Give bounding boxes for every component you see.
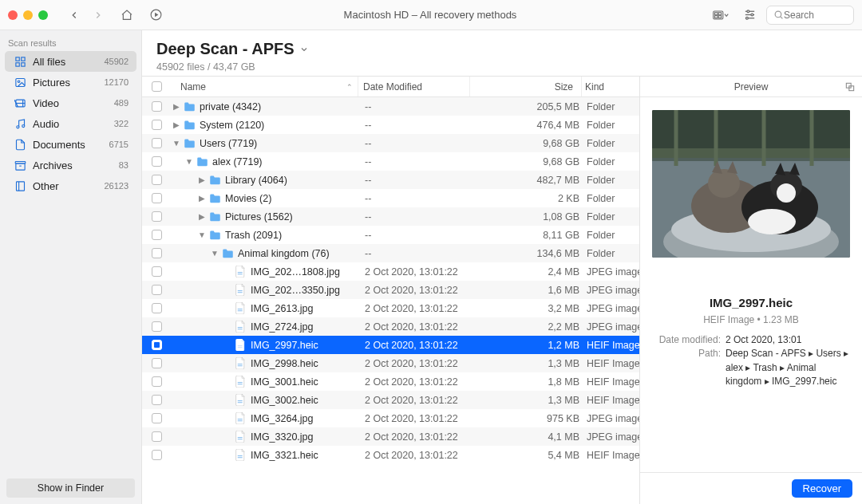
row-checkbox[interactable] <box>152 101 162 112</box>
folder-row[interactable]: ▶System (2120)--476,4 MBFolder <box>142 116 639 134</box>
row-checkbox[interactable] <box>152 248 162 258</box>
column-header-size[interactable]: Size <box>470 77 582 96</box>
row-date: 2 Oct 2020, 13:01:22 <box>360 266 472 278</box>
file-row[interactable]: IMG_2997.heic2 Oct 2020, 13:01:221,2 MBH… <box>142 336 639 354</box>
sidebar-item-other[interactable]: Other26123 <box>5 175 136 196</box>
folder-row[interactable]: ▼Animal kingdom (76)--134,6 MBFolder <box>142 244 639 262</box>
file-row[interactable]: IMG_2613.jpg2 Oct 2020, 13:01:223,2 MBJP… <box>142 299 639 317</box>
folder-row[interactable]: ▼Users (7719)--9,68 GBFolder <box>142 134 639 152</box>
row-checkbox[interactable] <box>152 376 162 387</box>
expand-toggle[interactable]: ▶ <box>196 212 208 221</box>
folder-icon <box>195 156 209 167</box>
view-options-button[interactable] <box>710 5 731 26</box>
row-checkbox[interactable] <box>152 358 162 368</box>
file-list-pane: Name⌃ Date Modified Size Kind ▶private (… <box>142 77 640 504</box>
search-field[interactable] <box>766 6 854 25</box>
home-button[interactable] <box>117 5 137 26</box>
expand-toggle[interactable]: ▶ <box>196 175 208 184</box>
row-checkbox[interactable] <box>152 138 162 148</box>
forward-button[interactable] <box>88 5 109 26</box>
file-row[interactable]: IMG_2998.heic2 Oct 2020, 13:01:221,3 MBH… <box>142 354 639 372</box>
svg-rect-6 <box>718 15 722 18</box>
maximize-window-button[interactable] <box>38 10 48 20</box>
row-checkbox[interactable] <box>152 340 162 350</box>
expand-toggle[interactable]: ▼ <box>209 249 220 258</box>
row-name: IMG_2613.jpg <box>251 303 314 314</box>
row-checkbox[interactable] <box>152 395 162 405</box>
svg-rect-46 <box>237 400 242 401</box>
row-checkbox[interactable] <box>152 285 162 295</box>
row-checkbox[interactable] <box>152 321 162 332</box>
column-header-kind[interactable]: Kind <box>582 77 638 96</box>
row-checkbox[interactable] <box>152 413 162 423</box>
svg-rect-39 <box>237 329 242 329</box>
show-in-finder-button[interactable]: Show in Finder <box>6 478 135 498</box>
svg-rect-19 <box>15 78 24 86</box>
row-checkbox[interactable] <box>152 431 162 442</box>
column-header-name[interactable]: Name⌃ <box>171 77 358 96</box>
svg-rect-49 <box>237 420 242 421</box>
preview-expand-button[interactable] <box>844 81 856 93</box>
row-checkbox[interactable] <box>152 175 162 185</box>
row-date: 2 Oct 2020, 13:01:22 <box>360 321 472 333</box>
row-checkbox[interactable] <box>152 156 162 167</box>
svg-point-13 <box>775 11 781 18</box>
sidebar-item-video[interactable]: Video489 <box>5 93 136 113</box>
svg-rect-44 <box>237 382 242 383</box>
window-controls <box>8 10 48 20</box>
archive-icon <box>13 158 27 172</box>
row-checkbox[interactable] <box>152 230 162 240</box>
sidebar-item-archives[interactable]: Archives83 <box>5 155 136 175</box>
minimize-window-button[interactable] <box>23 10 33 20</box>
preview-image <box>652 110 850 258</box>
sidebar-item-audio[interactable]: Audio322 <box>5 113 136 134</box>
row-checkbox[interactable] <box>152 266 162 277</box>
folder-row[interactable]: ▶Library (4064)--482,7 MBFolder <box>142 171 639 189</box>
select-all-checkbox[interactable] <box>142 81 171 92</box>
row-checkbox[interactable] <box>152 120 162 130</box>
column-headers: Name⌃ Date Modified Size Kind <box>142 77 639 97</box>
file-row[interactable]: IMG_3001.heic2 Oct 2020, 13:01:221,8 MBH… <box>142 372 639 391</box>
row-checkbox[interactable] <box>152 450 162 460</box>
search-input[interactable] <box>784 10 840 21</box>
resume-scan-button[interactable] <box>145 5 166 26</box>
row-checkbox[interactable] <box>152 211 162 222</box>
close-window-button[interactable] <box>8 10 18 20</box>
folder-row[interactable]: ▶Movies (2)--2 KBFolder <box>142 189 639 207</box>
file-row[interactable]: IMG_2724.jpg2 Oct 2020, 13:01:222,2 MBJP… <box>142 317 639 336</box>
sidebar-item-count: 6715 <box>109 140 129 149</box>
preview-meta-line: HEIF Image • 1.23 MB <box>703 314 799 325</box>
expand-toggle[interactable]: ▼ <box>171 139 182 148</box>
expand-toggle[interactable]: ▼ <box>196 230 208 239</box>
scan-method-dropdown[interactable]: Deep Scan - APFS <box>156 40 848 58</box>
folder-row[interactable]: ▶Pictures (1562)--1,08 GBFolder <box>142 207 639 226</box>
row-checkbox[interactable] <box>152 193 162 203</box>
expand-toggle[interactable]: ▶ <box>196 194 208 203</box>
expand-toggle[interactable]: ▶ <box>171 102 182 111</box>
row-checkbox[interactable] <box>152 303 162 313</box>
folder-row[interactable]: ▼alex (7719)--9,68 GBFolder <box>142 152 639 171</box>
back-button[interactable] <box>64 5 85 26</box>
file-row[interactable]: IMG_3264.jpg2 Oct 2020, 13:01:22975 KBJP… <box>142 409 639 427</box>
file-icon <box>233 357 247 369</box>
sidebar-item-label: Archives <box>33 159 119 171</box>
filter-settings-button[interactable] <box>739 5 760 26</box>
file-row[interactable]: IMG_3321.heic2 Oct 2020, 13:01:225,4 MBH… <box>142 446 639 464</box>
sidebar-item-documents[interactable]: Documents6715 <box>5 134 136 155</box>
expand-toggle[interactable]: ▼ <box>184 157 195 166</box>
row-kind: Folder <box>583 120 639 131</box>
folder-row[interactable]: ▼Trash (2091)--8,11 GBFolder <box>142 226 639 244</box>
sidebar-item-all-files[interactable]: All files45902 <box>5 51 136 72</box>
sidebar-section-header: Scan results <box>0 35 141 51</box>
sidebar-item-pictures[interactable]: Pictures12170 <box>5 72 136 93</box>
file-icon <box>233 266 247 278</box>
column-header-date[interactable]: Date Modified <box>358 77 470 96</box>
folder-row[interactable]: ▶private (4342)--205,5 MBFolder <box>142 97 639 116</box>
file-row[interactable]: IMG_202…3350.jpg2 Oct 2020, 13:01:221,6 … <box>142 281 639 299</box>
file-row[interactable]: IMG_202…1808.jpg2 Oct 2020, 13:01:222,4 … <box>142 262 639 281</box>
file-row[interactable]: IMG_3002.heic2 Oct 2020, 13:01:221,3 MBH… <box>142 391 639 409</box>
file-row[interactable]: IMG_3320.jpg2 Oct 2020, 13:01:224,1 MBJP… <box>142 427 639 446</box>
expand-toggle[interactable]: ▶ <box>171 120 182 129</box>
recover-button[interactable]: Recover <box>792 479 852 498</box>
svg-rect-17 <box>15 62 18 65</box>
